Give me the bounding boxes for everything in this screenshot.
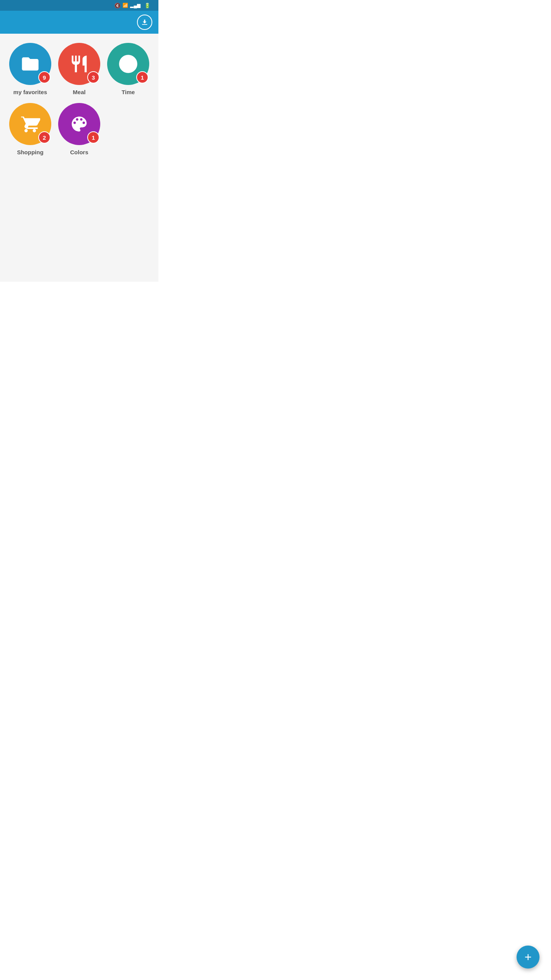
badge-colors: 1 (87, 131, 99, 144)
category-item-colors[interactable]: 1Colors (57, 103, 102, 155)
battery-icon: 🔋 (144, 3, 150, 8)
circle-wrapper-colors: 1 (58, 103, 100, 145)
badge-shopping: 2 (38, 131, 51, 144)
circle-wrapper-meal: 3 (58, 43, 100, 85)
content-area: 9my favorites 3Meal 1Time 2Shopping 1Col… (0, 34, 158, 282)
category-label-meal: Meal (73, 89, 85, 95)
download-icon (141, 18, 148, 26)
category-label-time: Time (122, 89, 135, 95)
category-item-meal[interactable]: 3Meal (57, 43, 102, 95)
status-bar: 🔇 📶 ▂▄▆ 🔋 (0, 0, 158, 11)
badge-my-favorites: 9 (38, 71, 51, 83)
badge-time: 1 (136, 71, 148, 83)
category-item-time[interactable]: 1Time (106, 43, 151, 95)
wifi-icon: 📶 (122, 3, 128, 8)
category-label-my-favorites: my favorites (13, 89, 47, 95)
download-button[interactable] (137, 15, 152, 30)
circle-wrapper-my-favorites: 9 (9, 43, 51, 85)
signal-icon: ▂▄▆ (130, 3, 140, 8)
mute-icon: 🔇 (114, 3, 121, 8)
category-item-shopping[interactable]: 2Shopping (8, 103, 53, 155)
category-item-my-favorites[interactable]: 9my favorites (8, 43, 53, 95)
favorites-grid: 9my favorites 3Meal 1Time 2Shopping 1Col… (8, 43, 151, 155)
circle-wrapper-shopping: 2 (9, 103, 51, 145)
category-label-colors: Colors (70, 149, 88, 155)
toolbar (0, 11, 158, 34)
badge-meal: 3 (87, 71, 99, 83)
status-icons: 🔇 📶 ▂▄▆ 🔋 (114, 3, 154, 8)
circle-wrapper-time: 1 (107, 43, 149, 85)
category-label-shopping: Shopping (17, 149, 43, 155)
